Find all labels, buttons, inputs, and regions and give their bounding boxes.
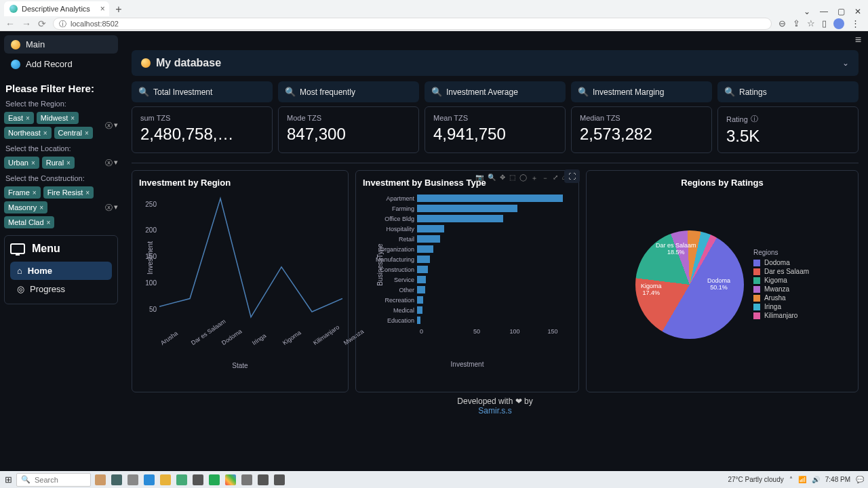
- chip-masonry[interactable]: Masonry×: [4, 201, 47, 214]
- magnifier-icon: 🔍: [285, 87, 296, 97]
- boxselect-icon[interactable]: ⬚: [509, 174, 515, 183]
- clear-icon[interactable]: ⓧ: [105, 158, 113, 168]
- zoomin-icon[interactable]: ＋: [531, 174, 538, 183]
- app-icon[interactable]: [241, 474, 252, 485]
- chip-remove-icon[interactable]: ×: [66, 159, 71, 167]
- explorer-icon[interactable]: [160, 474, 171, 485]
- chip-remove-icon[interactable]: ×: [31, 159, 35, 167]
- app-icon[interactable]: [193, 474, 203, 485]
- autoscale-icon[interactable]: ⤢: [553, 174, 558, 183]
- chrome-icon[interactable]: [225, 474, 236, 485]
- pan-icon[interactable]: ✥: [500, 174, 505, 183]
- chip-remove-icon[interactable]: ×: [85, 129, 89, 137]
- tray-chevron-icon[interactable]: ˄: [789, 476, 793, 483]
- chip-remove-icon[interactable]: ×: [85, 189, 90, 197]
- legend-row: Arusha: [753, 294, 809, 302]
- app-icon[interactable]: [176, 474, 187, 485]
- kpi-value: 2,480,758,…: [140, 125, 264, 144]
- browser-tab[interactable]: Descriptive Analytics ×: [4, 1, 109, 16]
- window-close-icon[interactable]: ✕: [854, 7, 861, 16]
- notifications-icon[interactable]: 💬: [856, 476, 864, 483]
- chip-remove-icon[interactable]: ×: [26, 115, 30, 122]
- menu-item-home[interactable]: ⌂ Home: [10, 262, 112, 280]
- app-icon[interactable]: [258, 474, 269, 485]
- chevron-down-icon[interactable]: ▾: [114, 121, 118, 131]
- chip-remove-icon[interactable]: ×: [33, 189, 37, 197]
- lasso-icon[interactable]: ◯: [519, 174, 527, 183]
- kebab-menu-icon[interactable]: ⋮: [851, 18, 860, 29]
- app-icon[interactable]: [95, 474, 106, 485]
- chevron-down-icon[interactable]: ⌄: [804, 7, 810, 16]
- system-tray[interactable]: 27°C Partly cloudy ˄ 📶 🔊 7:48 PM 💬: [728, 476, 868, 483]
- windows-taskbar[interactable]: ⊞ 🔍 Search 27°C Partly cloudy ˄ 📶 🔊 7:48…: [0, 471, 868, 488]
- hamburger-icon[interactable]: ≡: [855, 34, 861, 46]
- chip-frame[interactable]: Frame×: [4, 186, 41, 199]
- app-icon[interactable]: [274, 474, 285, 485]
- minimize-icon[interactable]: —: [820, 7, 828, 16]
- share-icon[interactable]: ⇪: [793, 18, 800, 29]
- zoomout-icon[interactable]: －: [542, 174, 549, 183]
- clear-icon[interactable]: ⓧ: [105, 203, 113, 213]
- clear-icon[interactable]: ⓧ: [105, 121, 113, 131]
- expand-icon[interactable]: ⛶: [564, 169, 580, 183]
- back-button[interactable]: ←: [5, 18, 15, 29]
- location-chips[interactable]: Urban×Rural× ⓧ▾: [4, 157, 118, 169]
- db-expander[interactable]: My database ⌄: [132, 50, 859, 76]
- zoom-icon[interactable]: ⊖: [778, 18, 786, 29]
- site-info-icon[interactable]: ⓘ: [59, 19, 66, 29]
- app-icon[interactable]: [209, 474, 220, 485]
- bar: [417, 245, 433, 253]
- panel-icon[interactable]: ▯: [822, 18, 827, 29]
- chip-central[interactable]: Central×: [54, 127, 93, 139]
- chip-northeast[interactable]: Northeast×: [4, 127, 52, 139]
- chip-remove-icon[interactable]: ×: [71, 115, 75, 122]
- author-link[interactable]: Samir.s.s: [478, 406, 511, 415]
- divider: [132, 163, 859, 163]
- weather-widget[interactable]: 27°C Partly cloudy: [728, 476, 783, 483]
- volume-icon[interactable]: 🔊: [812, 476, 820, 483]
- plotly-toolbar[interactable]: 📷 🔍 ✥ ⬚ ◯ ＋ － ⤢ ⌂ ▯: [475, 174, 574, 183]
- reload-button[interactable]: ⟳: [38, 18, 46, 29]
- chip-east[interactable]: East×: [4, 112, 34, 124]
- forward-button[interactable]: →: [22, 18, 31, 29]
- chip-fire-resist[interactable]: Fire Resist×: [43, 186, 94, 199]
- kpi-sub: Mode TZS: [287, 114, 410, 122]
- chip-urban[interactable]: Urban×: [4, 157, 39, 169]
- bookmark-icon[interactable]: ☆: [807, 18, 815, 29]
- tab-close-icon[interactable]: ×: [100, 4, 105, 14]
- chip-remove-icon[interactable]: ×: [43, 129, 47, 137]
- legend-swatch: [753, 277, 760, 284]
- nav-item-add-record[interactable]: Add Record: [4, 55, 118, 73]
- nav-item-main[interactable]: Main: [4, 35, 118, 54]
- maximize-icon[interactable]: ▢: [837, 7, 845, 16]
- start-button[interactable]: ⊞: [0, 474, 16, 485]
- wifi-icon[interactable]: 📶: [798, 476, 806, 483]
- kpi-card: Median TZS 2,573,282: [571, 106, 712, 153]
- app-icon[interactable]: [111, 474, 122, 485]
- x-tick: 100: [496, 328, 534, 335]
- taskbar-apps[interactable]: [95, 474, 285, 485]
- kpi-value: 3.5K: [726, 127, 850, 146]
- chip-remove-icon[interactable]: ×: [39, 204, 43, 211]
- zoom-icon[interactable]: 🔍: [488, 174, 496, 183]
- chip-midwest[interactable]: Midwest×: [37, 112, 79, 124]
- chevron-down-icon[interactable]: ▾: [114, 203, 118, 213]
- address-bar[interactable]: ⓘ localhost:8502: [53, 18, 772, 30]
- profile-avatar[interactable]: [833, 18, 844, 29]
- info-icon[interactable]: ⓘ: [751, 114, 758, 124]
- app-icon[interactable]: [127, 474, 138, 485]
- chip-metal-clad[interactable]: Metal Clad×: [4, 216, 54, 228]
- clock[interactable]: 7:48 PM: [825, 476, 850, 483]
- taskbar-search[interactable]: 🔍 Search: [16, 473, 91, 487]
- edge-icon[interactable]: [144, 474, 155, 485]
- bar: [417, 225, 444, 232]
- chevron-down-icon[interactable]: ▾: [114, 158, 118, 168]
- chip-rural[interactable]: Rural×: [42, 157, 75, 169]
- menu-item-progress[interactable]: ◎ Progress: [10, 280, 112, 298]
- region-chips[interactable]: East×Midwest×Northeast×Central× ⓧ▾: [4, 112, 118, 139]
- new-tab-button[interactable]: +: [112, 3, 125, 16]
- bar-label: Retail: [363, 236, 417, 243]
- chip-remove-icon[interactable]: ×: [47, 219, 51, 226]
- construction-chips[interactable]: Frame×Fire Resist×Masonry×Metal Clad× ⓧ▾: [4, 186, 118, 228]
- camera-icon[interactable]: 📷: [475, 174, 484, 183]
